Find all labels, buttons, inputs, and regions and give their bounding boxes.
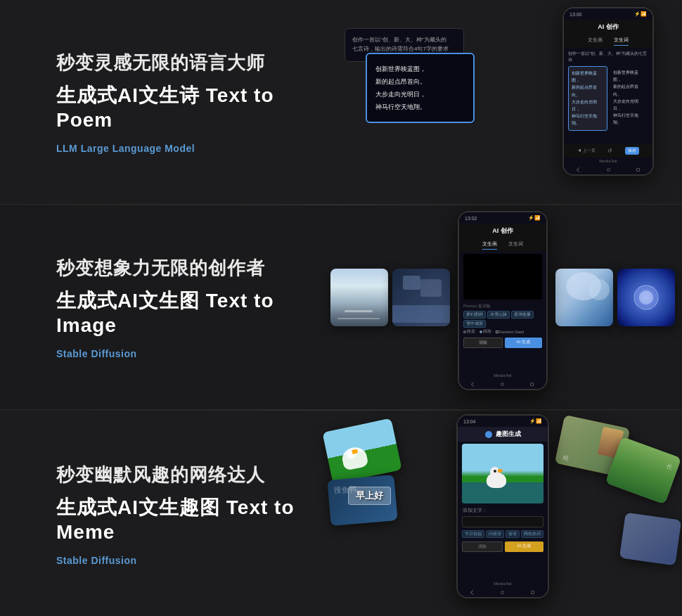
image-tab-draw: 文生画 <box>482 240 497 250</box>
meme-nav-bar <box>458 587 548 597</box>
image-tag-2: 冰雪山脉 <box>487 311 510 319</box>
image-action-btns: 清除 AI 生成 <box>459 338 546 348</box>
meme-subtitle: 秒变幽默风趣的网络达人 <box>56 463 323 487</box>
meme-style-tag-3: 俗语 <box>506 530 520 538</box>
image-tech-label: Stable Diffusion <box>56 348 323 359</box>
image-opt-rough: 粗造 <box>463 329 475 334</box>
poem-tab-poem: 文生词 <box>614 37 629 46</box>
meme-action-btns: 清除 AI 生成 <box>458 540 548 553</box>
image-prompt-section: Prompt 提词板 梦幻图画 冰雪山脉 星球能量 雪中城堡 粗造 <box>459 302 546 338</box>
poem-phone-results: 创新世界映蓝图，新的起点昂首向。大步走向光明日，神马行空天地翔。 创新世界映蓝图… <box>568 66 648 131</box>
poem-visual-area: 创作一首以"创、新、大、神"为藏头的七言诗，输出的诗需符合4句7字的要求 创新世… <box>323 0 682 204</box>
poem-phone-screen: 13:00 ⚡📶 AI 创作 文生画 文生词 创作一首以"创、新、大、神"为藏头… <box>564 8 652 174</box>
poem-status-bar: 13:00 ⚡📶 <box>564 8 652 20</box>
image-phone-header: AI 创作 <box>459 224 546 238</box>
meme-mediatek: MediaTek <box>458 580 548 587</box>
poem-left-text: 创新世界映蓝图，新的起点昂首向。大步走向光明日，神马行空天地翔。 <box>572 70 604 127</box>
poem-tab-draw: 文生画 <box>588 37 603 46</box>
image-phone-mockup: 13:02 ⚡📶 AI 创作 文生画 文生词 Prompt 提词板 梦幻图 <box>458 211 548 390</box>
meme-phone-header: 趣图生成 <box>458 427 548 442</box>
image-mediatek: MediaTek <box>459 372 546 379</box>
poem-nav-home <box>607 168 610 172</box>
poem-title: 生成式AI文生诗 Text to Poem <box>56 82 323 131</box>
image-generate-btn[interactable]: AI 生成 <box>505 338 543 348</box>
section-image: 秒变想象力无限的创作者 生成式AI文生图 Text to Image Stabl… <box>0 205 682 410</box>
poem-status-time: 13:00 <box>570 12 582 17</box>
poem-phone-prompt: 创作一首以"创、新、大、神"为藏头的七言诗 <box>568 51 648 63</box>
image-phone-tabs: 文生画 文生词 <box>459 238 546 252</box>
meme-nav-back <box>470 589 475 594</box>
image-prompt-tags: 梦幻图画 冰雪山脉 星球能量 雪中城堡 <box>463 311 542 328</box>
image-clear-btn[interactable]: 清除 <box>463 338 503 348</box>
meme-phone-screen: 13:04 ⚡📶 趣图生成 <box>458 416 548 597</box>
poem-phone-content: 创作一首以"创、新、大、神"为藏头的七言诗 创新世界映蓝图，新的起点昂首向。大步… <box>564 48 652 143</box>
meme-nav-recent <box>531 591 534 594</box>
image-prompt-label: Prompt 提词板 <box>463 303 542 309</box>
meme-tech-label: Stable Diffusion <box>56 555 323 566</box>
meme-style-tag-2: 问候语 <box>486 530 504 538</box>
image-nav-home <box>501 383 504 386</box>
image-canvas <box>463 254 542 300</box>
poem-left-box: 创新世界映蓝图，新的起点昂首向。大步走向光明日，神马行空天地翔。 <box>568 66 607 131</box>
image-status-bar: 13:02 ⚡📶 <box>459 212 546 224</box>
meme-header-icon <box>485 431 492 438</box>
image-thumb-4 <box>617 269 675 326</box>
image-tag-4: 雪中城堡 <box>463 320 486 328</box>
image-opt-fine: 精致 <box>480 329 491 334</box>
poem-right-box: 创新世界映蓝图，新的起点昂首向。大步走向光明日，神马行空天地翔。 <box>610 66 648 131</box>
poem-phone-mockup: 13:00 ⚡📶 AI 创作 文生画 文生词 创作一首以"创、新、大、神"为藏头… <box>562 7 654 176</box>
meme-title: 生成式AI文生趣图 Text to Meme <box>56 494 323 544</box>
image-options: 粗造 精致 Random Seed <box>463 329 542 334</box>
poem-text-block: 秒变灵感无限的语言大师 生成式AI文生诗 Text to Poem LLM La… <box>0 23 323 182</box>
poem-save-btn[interactable]: 保存 <box>625 147 639 155</box>
poem-output-card: 创新世界映蓝图，新的起点昂首向。大步走向光明日，神马行空天地翔。 <box>366 53 475 123</box>
meme-style-tag-1: 节日祝福 <box>462 530 484 538</box>
image-subtitle: 秒变想象力无限的创作者 <box>56 256 323 281</box>
image-phone: 13:02 ⚡📶 AI 创作 文生画 文生词 Prompt 提词板 梦幻图 <box>458 211 548 390</box>
poem-refresh-icon: ↺ <box>607 148 612 154</box>
section-poem: 秒变灵感无限的语言大师 生成式AI文生诗 Text to Poem LLM La… <box>0 0 682 205</box>
meme-style-tag-4: 网络热词 <box>521 530 543 538</box>
image-nav-back <box>471 381 476 386</box>
meme-greeting-label: 早上好 <box>348 487 391 505</box>
poem-nav-bar <box>564 165 652 174</box>
poem-tech-label: LLM Large Language Model <box>56 143 323 154</box>
poem-prev-btn: ◀ 上一页 <box>577 148 596 154</box>
meme-phone: 13:04 ⚡📶 趣图生成 <box>456 414 549 598</box>
section-meme: 秒变幽默风趣的网络达人 生成式AI文生趣图 Text to Meme Stabl… <box>0 411 682 616</box>
image-thumb-2 <box>392 269 450 326</box>
poem-phone-bottom: ◀ 上一页 ↺ 保存 <box>564 143 652 158</box>
meme-clear-btn[interactable]: 清除 <box>462 541 503 552</box>
image-opt-random: Random Seed <box>496 330 524 334</box>
poem-subtitle: 秒变灵感无限的语言大师 <box>56 51 323 75</box>
meme-visual-area: 搜鱼鸭 早上好 13:04 ⚡📶 趣图生成 <box>323 411 682 616</box>
poem-right-text: 创新世界映蓝图，新的起点昂首向。大步走向光明日，神马行空天地翔。 <box>613 69 645 127</box>
poem-output-text: 创新世界映蓝图，新的起点昂首向。大步走向光明日，神马行空天地翔。 <box>375 63 465 113</box>
meme-status-bar: 13:04 ⚡📶 <box>458 416 548 427</box>
meme-nav-home <box>501 591 504 594</box>
image-title: 生成式AI文生图 Text to Image <box>56 288 323 337</box>
poem-nav-recent <box>636 168 640 172</box>
image-thumb-3 <box>555 269 613 326</box>
meme-ai-btn[interactable]: AI 生成 <box>505 541 544 552</box>
image-tab-poem: 文生词 <box>508 240 523 250</box>
poem-status-icons: ⚡📶 <box>634 11 647 17</box>
meme-card-right-3 <box>619 513 681 566</box>
meme-status-time: 13:04 <box>463 419 476 424</box>
image-tag-3: 星球能量 <box>511 311 534 319</box>
meme-text-input[interactable] <box>462 516 543 527</box>
poem-prompt-text: 创作一首以"创、新、大、神"为藏头的七言诗，输出的诗需符合4句7字的要求 <box>352 36 456 54</box>
poem-phone-tabs: 文生画 文生词 <box>564 34 652 48</box>
meme-header-title: 趣图生成 <box>496 430 521 439</box>
poem-mediatek: MediaTek <box>564 158 652 165</box>
meme-style-tags: 节日祝福 问候语 俗语 网络热词 <box>458 528 548 540</box>
meme-image-canvas <box>462 444 543 503</box>
image-phone-screen: 13:02 ⚡📶 AI 创作 文生画 文生词 Prompt 提词板 梦幻图 <box>459 212 546 389</box>
image-nav-recent <box>530 383 534 386</box>
image-thumb-1 <box>330 269 388 326</box>
image-tag-1: 梦幻图画 <box>463 311 486 319</box>
meme-text-block: 秒变幽默风趣的网络达人 生成式AI文生趣图 Text to Meme Stabl… <box>0 435 323 594</box>
image-status-icons: ⚡📶 <box>528 215 541 221</box>
poem-phone: 13:00 ⚡📶 AI 创作 文生画 文生词 创作一首以"创、新、大、神"为藏头… <box>562 7 654 176</box>
meme-phone-mockup: 13:04 ⚡📶 趣图生成 <box>456 414 549 598</box>
